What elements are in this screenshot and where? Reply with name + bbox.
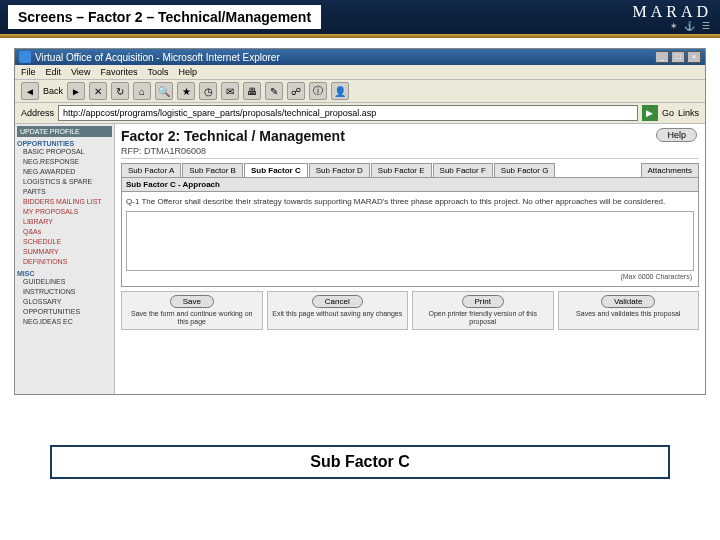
maximize-button[interactable]: □ <box>671 51 685 63</box>
validate-desc: Saves and validates this proposal <box>563 310 695 318</box>
action-print: Print Open printer friendly version of t… <box>412 291 554 330</box>
answer-textarea[interactable] <box>126 211 694 271</box>
window-title: Virtual Office of Acquisition - Microsof… <box>35 52 280 63</box>
links-label[interactable]: Links <box>678 108 699 118</box>
messenger-icon[interactable]: 👤 <box>331 82 349 100</box>
cancel-desc: Exit this page without saving any change… <box>272 310 404 318</box>
sidebar-item[interactable]: BASIC PROPOSAL <box>17 147 112 157</box>
refresh-button[interactable]: ↻ <box>111 82 129 100</box>
sidebar-item[interactable]: GLOSSARY <box>17 297 112 307</box>
menu-favorites[interactable]: Favorites <box>100 67 137 77</box>
validate-button[interactable]: Validate <box>601 295 655 308</box>
sidebar-item[interactable]: GUIDELINES <box>17 277 112 287</box>
minimize-button[interactable]: _ <box>655 51 669 63</box>
history-icon[interactable]: ◷ <box>199 82 217 100</box>
sidebar-item[interactable]: INSTRUCTIONS <box>17 287 112 297</box>
sidebar-item[interactable]: LIBRARY <box>17 217 112 227</box>
tab-subfactor-g[interactable]: Sub Factor G <box>494 163 556 177</box>
rfp-id: RFP: DTMA1R06008 <box>121 146 699 159</box>
sidebar-sec-misc[interactable]: MISC <box>17 270 112 277</box>
main-panel: Help Factor 2: Technical / Management RF… <box>115 124 705 394</box>
window-controls: _ □ × <box>655 51 701 63</box>
tab-subfactor-a[interactable]: Sub Factor A <box>121 163 181 177</box>
menu-file[interactable]: File <box>21 67 36 77</box>
action-cancel: Cancel Exit this page without saving any… <box>267 291 409 330</box>
menu-view[interactable]: View <box>71 67 90 77</box>
sidebar-item[interactable]: OPPORTUNITIES <box>17 307 112 317</box>
menu-help[interactable]: Help <box>178 67 197 77</box>
ie-icon <box>19 51 31 63</box>
slide-header: Screens – Factor 2 – Technical/Managemen… <box>0 0 720 34</box>
subfactor-panel: Sub Factor C - Approach Q-1 The Offeror … <box>121 177 699 287</box>
page-content: UPDATE PROFILE OPPORTUNITIES BASIC PROPO… <box>15 124 705 394</box>
tab-attachments[interactable]: Attachments <box>641 163 699 177</box>
search-icon[interactable]: 🔍 <box>155 82 173 100</box>
favorites-icon[interactable]: ★ <box>177 82 195 100</box>
menu-bar: File Edit View Favorites Tools Help <box>15 65 705 80</box>
go-label: Go <box>662 108 674 118</box>
accent-bar <box>0 34 720 38</box>
help-button[interactable]: Help <box>656 128 697 142</box>
menu-tools[interactable]: Tools <box>147 67 168 77</box>
back-button[interactable]: ◄ <box>21 82 39 100</box>
slide-caption: Sub Factor C <box>50 445 670 479</box>
back-label: Back <box>43 86 63 96</box>
tab-subfactor-d[interactable]: Sub Factor D <box>309 163 370 177</box>
sidebar: UPDATE PROFILE OPPORTUNITIES BASIC PROPO… <box>15 124 115 394</box>
sidebar-item[interactable]: DEFINITIONS <box>17 257 112 267</box>
factor-title: Factor 2: Technical / Management <box>121 128 699 144</box>
print-icon[interactable]: 🖶 <box>243 82 261 100</box>
tab-subfactor-e[interactable]: Sub Factor E <box>371 163 432 177</box>
go-button[interactable]: ▶ <box>642 105 658 121</box>
home-button[interactable]: ⌂ <box>133 82 151 100</box>
stop-button[interactable]: ✕ <box>89 82 107 100</box>
sidebar-item[interactable]: MY PROPOSALS <box>17 207 112 217</box>
toolbar: ◄ Back ► ✕ ↻ ⌂ 🔍 ★ ◷ ✉ 🖶 ✎ ☍ ⓘ 👤 <box>15 80 705 103</box>
close-button[interactable]: × <box>687 51 701 63</box>
address-label: Address <box>21 108 54 118</box>
window-titlebar: Virtual Office of Acquisition - Microsof… <box>15 49 705 65</box>
slide-title: Screens – Factor 2 – Technical/Managemen… <box>8 5 321 29</box>
sidebar-item[interactable]: LOGISTICS & SPARE PARTS <box>17 177 112 197</box>
sidebar-item[interactable]: SUMMARY <box>17 247 112 257</box>
sidebar-update-profile[interactable]: UPDATE PROFILE <box>17 126 112 137</box>
action-row: Save Save the form and continue working … <box>121 291 699 330</box>
save-desc: Save the form and continue working on th… <box>126 310 258 326</box>
forward-button[interactable]: ► <box>67 82 85 100</box>
sidebar-item[interactable]: Q&As <box>17 227 112 237</box>
print-button[interactable]: Print <box>462 295 504 308</box>
print-desc: Open printer friendly version of this pr… <box>417 310 549 326</box>
panel-header: Sub Factor C - Approach <box>122 178 698 192</box>
sidebar-sec-opportunities[interactable]: OPPORTUNITIES <box>17 140 112 147</box>
browser-window: Virtual Office of Acquisition - Microsof… <box>14 48 706 395</box>
brand-glyphs: ✶ ⚓ ☰ <box>632 21 712 31</box>
address-input[interactable] <box>58 105 638 121</box>
subfactor-tabs: Sub Factor A Sub Factor B Sub Factor C S… <box>121 163 699 177</box>
research-icon[interactable]: ⓘ <box>309 82 327 100</box>
edit-icon[interactable]: ✎ <box>265 82 283 100</box>
brand-block: MARAD ✶ ⚓ ☰ <box>632 3 712 31</box>
action-validate: Validate Saves and validates this propos… <box>558 291 700 330</box>
discuss-icon[interactable]: ☍ <box>287 82 305 100</box>
tab-subfactor-f[interactable]: Sub Factor F <box>433 163 493 177</box>
sidebar-item[interactable]: BIDDERS MAILING LIST <box>17 197 112 207</box>
brand-logo: MARAD <box>632 3 712 21</box>
char-limit-note: (Max 6000 Characters) <box>126 271 694 282</box>
cancel-button[interactable]: Cancel <box>312 295 363 308</box>
mail-icon[interactable]: ✉ <box>221 82 239 100</box>
sidebar-item[interactable]: NEG.IDEAS EC <box>17 317 112 327</box>
sidebar-item[interactable]: NEG.AWARDED <box>17 167 112 177</box>
sidebar-item[interactable]: NEG.RESPONSE <box>17 157 112 167</box>
action-save: Save Save the form and continue working … <box>121 291 263 330</box>
menu-edit[interactable]: Edit <box>46 67 62 77</box>
tab-subfactor-b[interactable]: Sub Factor B <box>182 163 243 177</box>
tab-subfactor-c[interactable]: Sub Factor C <box>244 163 308 177</box>
question-text: Q-1 The Offeror shall describe their str… <box>126 196 694 207</box>
sidebar-item[interactable]: SCHEDULE <box>17 237 112 247</box>
save-button[interactable]: Save <box>170 295 214 308</box>
address-bar: Address ▶ Go Links <box>15 103 705 124</box>
